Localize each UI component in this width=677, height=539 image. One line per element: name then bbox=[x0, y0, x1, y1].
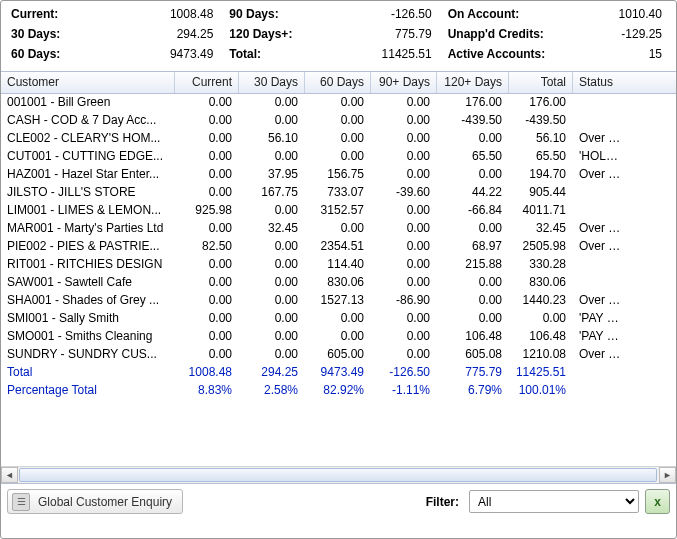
cell: 11425.51 bbox=[509, 364, 573, 382]
value-on-account: 1010.40 bbox=[580, 5, 666, 23]
table-row[interactable]: PIE002 - PIES & PASTRIE...82.500.002354.… bbox=[1, 238, 676, 256]
table-row[interactable]: RIT001 - RITCHIES DESIGN0.000.00114.400.… bbox=[1, 256, 676, 274]
cell: SHA001 - Shades of Grey ... bbox=[1, 292, 175, 310]
cell: 0.00 bbox=[437, 292, 509, 310]
table-row[interactable]: LIM001 - LIMES & LEMON...925.980.003152.… bbox=[1, 202, 676, 220]
cell: 0.00 bbox=[175, 274, 239, 292]
scroll-track[interactable] bbox=[18, 467, 659, 483]
cell: -39.60 bbox=[371, 184, 437, 202]
cell: SMI001 - Sally Smith bbox=[1, 310, 175, 328]
cell: 56.10 bbox=[239, 130, 305, 148]
value-120days: 775.79 bbox=[317, 25, 447, 43]
cell: 0.00 bbox=[305, 148, 371, 166]
table-row[interactable]: 001001 - Bill Green0.000.000.000.00176.0… bbox=[1, 94, 676, 112]
cell: 37.95 bbox=[239, 166, 305, 184]
percentage-row[interactable]: Percentage Total8.83%2.58%82.92%-1.11%6.… bbox=[1, 382, 676, 400]
cell: 167.75 bbox=[239, 184, 305, 202]
export-excel-button[interactable]: x bbox=[645, 489, 670, 514]
table-row[interactable]: SUNDRY - SUNDRY CUS...0.000.00605.000.00… bbox=[1, 346, 676, 364]
horizontal-scrollbar[interactable]: ◄ ► bbox=[1, 466, 676, 483]
cell: 0.00 bbox=[371, 238, 437, 256]
cell: -126.50 bbox=[371, 364, 437, 382]
table-row[interactable]: JILSTO - JILL'S STORE0.00167.75733.07-39… bbox=[1, 184, 676, 202]
col-status[interactable]: Status bbox=[573, 72, 633, 93]
cell bbox=[573, 112, 633, 130]
cell: PIE002 - PIES & PASTRIE... bbox=[1, 238, 175, 256]
cell: 'HOLD' Ove bbox=[573, 148, 633, 166]
cell: 830.06 bbox=[509, 274, 573, 292]
cell: Total bbox=[1, 364, 175, 382]
global-customer-enquiry-button[interactable]: ☰ Global Customer Enquiry bbox=[7, 489, 183, 514]
cell: 0.00 bbox=[175, 292, 239, 310]
cell: 0.00 bbox=[175, 220, 239, 238]
scroll-thumb[interactable] bbox=[19, 468, 657, 482]
col-60days[interactable]: 60 Days bbox=[305, 72, 371, 93]
cell: 294.25 bbox=[239, 364, 305, 382]
label-on-account: On Account: bbox=[448, 5, 580, 23]
summary-col-3: On Account:1010.40 Unapp'd Credits:-129.… bbox=[448, 5, 666, 63]
cell: 0.00 bbox=[371, 130, 437, 148]
cell: 0.00 bbox=[175, 94, 239, 112]
cell: 1527.13 bbox=[305, 292, 371, 310]
table-row[interactable]: CASH - COD & 7 Day Acc...0.000.000.000.0… bbox=[1, 112, 676, 130]
col-customer[interactable]: Customer bbox=[1, 72, 175, 93]
cell: 65.50 bbox=[437, 148, 509, 166]
value-active-accounts: 15 bbox=[580, 45, 666, 63]
table-row[interactable]: CUT001 - CUTTING EDGE...0.000.000.000.00… bbox=[1, 148, 676, 166]
scroll-right-arrow-icon[interactable]: ► bbox=[659, 467, 676, 483]
cell: Percentage Total bbox=[1, 382, 175, 400]
cell: 0.00 bbox=[239, 94, 305, 112]
enquiry-icon: ☰ bbox=[12, 493, 30, 511]
cell: 0.00 bbox=[371, 166, 437, 184]
col-total[interactable]: Total bbox=[509, 72, 573, 93]
cell: SAW001 - Sawtell Cafe bbox=[1, 274, 175, 292]
cell: 905.44 bbox=[509, 184, 573, 202]
cell: 0.00 bbox=[305, 130, 371, 148]
cell: 0.00 bbox=[371, 148, 437, 166]
label-total: Total: bbox=[229, 45, 317, 63]
cell: 605.08 bbox=[437, 346, 509, 364]
cell: MAR001 - Marty's Parties Ltd bbox=[1, 220, 175, 238]
cell: CLE002 - CLEARY'S HOM... bbox=[1, 130, 175, 148]
table-body[interactable]: 001001 - Bill Green0.000.000.000.00176.0… bbox=[1, 94, 676, 466]
cell: 0.00 bbox=[305, 112, 371, 130]
cell: 9473.49 bbox=[305, 364, 371, 382]
scroll-left-arrow-icon[interactable]: ◄ bbox=[1, 467, 18, 483]
cell: 0.00 bbox=[239, 346, 305, 364]
table-row[interactable]: SMI001 - Sally Smith0.000.000.000.000.00… bbox=[1, 310, 676, 328]
cell: 8.83% bbox=[175, 382, 239, 400]
cell: 215.88 bbox=[437, 256, 509, 274]
cell: HAZ001 - Hazel Star Enter... bbox=[1, 166, 175, 184]
cell: 114.40 bbox=[305, 256, 371, 274]
summary-col-2: 90 Days:-126.50 120 Days+:775.79 Total:1… bbox=[229, 5, 447, 63]
cell: 4011.71 bbox=[509, 202, 573, 220]
cell: 0.00 bbox=[305, 310, 371, 328]
table-row[interactable]: SAW001 - Sawtell Cafe0.000.00830.060.000… bbox=[1, 274, 676, 292]
label-unappd-credits: Unapp'd Credits: bbox=[448, 25, 580, 43]
col-current[interactable]: Current bbox=[175, 72, 239, 93]
table-row[interactable]: HAZ001 - Hazel Star Enter...0.0037.95156… bbox=[1, 166, 676, 184]
filter-select[interactable]: All bbox=[469, 490, 639, 513]
totals-row[interactable]: Total1008.48294.259473.49-126.50775.7911… bbox=[1, 364, 676, 382]
cell: 001001 - Bill Green bbox=[1, 94, 175, 112]
col-120days[interactable]: 120+ Days bbox=[437, 72, 509, 93]
cell: 925.98 bbox=[175, 202, 239, 220]
cell: 605.00 bbox=[305, 346, 371, 364]
cell: 0.00 bbox=[437, 166, 509, 184]
table-row[interactable]: MAR001 - Marty's Parties Ltd0.0032.450.0… bbox=[1, 220, 676, 238]
cell: 56.10 bbox=[509, 130, 573, 148]
table-row[interactable]: SMO001 - Smiths Cleaning0.000.000.000.00… bbox=[1, 328, 676, 346]
table-row[interactable]: CLE002 - CLEARY'S HOM...0.0056.100.000.0… bbox=[1, 130, 676, 148]
col-90days[interactable]: 90+ Days bbox=[371, 72, 437, 93]
cell: 6.79% bbox=[437, 382, 509, 400]
table-row[interactable]: SHA001 - Shades of Grey ...0.000.001527.… bbox=[1, 292, 676, 310]
table-header-row: Customer Current 30 Days 60 Days 90+ Day… bbox=[1, 72, 676, 94]
cell: 0.00 bbox=[175, 112, 239, 130]
cell: 0.00 bbox=[371, 112, 437, 130]
col-30days[interactable]: 30 Days bbox=[239, 72, 305, 93]
cell bbox=[573, 184, 633, 202]
cell: 32.45 bbox=[239, 220, 305, 238]
value-unappd-credits: -129.25 bbox=[580, 25, 666, 43]
cell: 2354.51 bbox=[305, 238, 371, 256]
cell: CASH - COD & 7 Day Acc... bbox=[1, 112, 175, 130]
